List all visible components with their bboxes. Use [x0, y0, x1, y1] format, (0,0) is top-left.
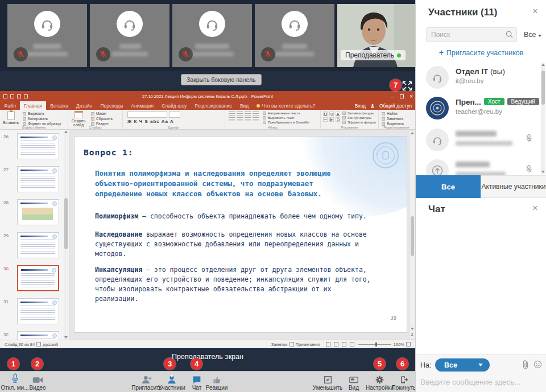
close-participants-icon[interactable]: ×	[532, 6, 538, 17]
video-tile[interactable]	[172, 4, 252, 67]
reset-button[interactable]: Сбросить	[91, 117, 113, 121]
cut-button[interactable]: Вырезать	[23, 112, 61, 115]
slideshow-view-icon[interactable]	[350, 342, 354, 346]
video-tile[interactable]	[255, 4, 334, 67]
close-chat-icon[interactable]: ×	[532, 203, 538, 214]
new-slide-button[interactable]: Создать слайд	[69, 111, 88, 127]
align-text-button[interactable]: Выровнять текст	[263, 116, 309, 119]
thumbnail-scrollbar[interactable]	[64, 130, 68, 340]
slide-thumbnail-32[interactable]	[17, 331, 59, 340]
tab-insert[interactable]: Вставка	[46, 101, 72, 110]
leave-button[interactable]: Покинуть	[390, 373, 417, 391]
zoom-slider-handle[interactable]	[375, 343, 377, 346]
minimize-window-icon[interactable]: –	[391, 93, 395, 100]
find-button[interactable]: Найти	[382, 112, 404, 115]
sorter-view-icon[interactable]	[334, 342, 338, 346]
paste-button[interactable]: Вставить	[1, 111, 20, 125]
restore-window-icon[interactable]	[400, 94, 404, 98]
shape-arrow-icon[interactable]	[329, 117, 334, 122]
justify-icon[interactable]	[253, 117, 259, 122]
format-painter-button[interactable]: Формат по образцу	[23, 122, 61, 126]
slide-thumbnail-30-selected[interactable]	[17, 265, 59, 291]
slide-scrollbar[interactable]: 3	[410, 131, 415, 338]
tab-transitions[interactable]: Переходы	[96, 101, 127, 110]
close-window-icon[interactable]: ×	[410, 93, 413, 100]
tab-active-participants[interactable]: Активные участники	[481, 175, 546, 198]
font-size-box[interactable]	[169, 112, 180, 118]
reading-view-icon[interactable]	[342, 342, 346, 346]
smartart-button[interactable]: Преобразовать в SmartArt	[263, 121, 309, 124]
font-name-box[interactable]	[127, 112, 167, 118]
zoom-slider[interactable]	[358, 344, 391, 345]
view-button[interactable]: Вид	[341, 373, 366, 391]
bullets-icon[interactable]	[229, 112, 235, 116]
emoji-icon[interactable]	[533, 360, 542, 369]
shape-line-icon[interactable]	[323, 117, 328, 122]
font-style-buttons[interactable]: Ж К Ч S abc Aa А	[127, 119, 174, 124]
video-tile[interactable]	[7, 4, 87, 67]
shape-outline-button[interactable]: Контур фигуры	[342, 116, 376, 119]
select-button[interactable]: Выделить	[382, 122, 404, 126]
tab-animation[interactable]: Анимация	[127, 101, 158, 110]
send-to-dropdown[interactable]: Все	[435, 358, 490, 372]
layout-button[interactable]: Макет	[91, 112, 113, 115]
shape-square-icon[interactable]	[323, 112, 328, 116]
indent-icon[interactable]	[245, 112, 251, 116]
participant-row[interactable]	[416, 158, 546, 175]
reactions-button[interactable]: Реакции	[202, 373, 231, 391]
shape-effects-button[interactable]: Эффекты фигуры	[342, 121, 376, 124]
minimize-button[interactable]: Уменьшить	[311, 373, 344, 391]
text-direction-button[interactable]: Направление текста	[263, 112, 309, 115]
shape-triangle-icon[interactable]	[336, 112, 340, 116]
tab-review[interactable]: Рецензирование	[191, 101, 236, 110]
slide-thumbnail-31[interactable]	[17, 298, 59, 324]
participant-row[interactable]	[416, 127, 546, 157]
invite-participants-link[interactable]: +Пригласите участников	[416, 48, 546, 57]
chat-composer: На: Все	[416, 354, 546, 392]
align-right-icon[interactable]	[245, 117, 251, 122]
copy-button[interactable]: Копировать	[23, 117, 61, 121]
tab-design[interactable]: Дизайн	[72, 101, 97, 110]
replace-button[interactable]: Заменить	[382, 117, 404, 121]
participant-row-teacher[interactable]: Преп...ХостВедущий teacher@reu.by	[416, 96, 546, 125]
participant-mic-icon[interactable]	[525, 165, 533, 174]
tab-view[interactable]: Вид	[236, 101, 253, 110]
tab-file[interactable]: Файл	[0, 101, 20, 110]
participant-row-self[interactable]: Отдел IT (вы) it@reu.by	[416, 65, 546, 94]
align-center-icon[interactable]	[237, 117, 243, 122]
notes-toggle[interactable]: Заметки	[271, 342, 288, 347]
section-button[interactable]: Раздел	[91, 122, 113, 126]
slide-thumbnail-26[interactable]	[17, 133, 59, 159]
tell-me-box[interactable]: Что вы хотите сделать?	[253, 101, 319, 110]
fit-slide-icon[interactable]	[406, 342, 411, 346]
chat-message-input[interactable]	[419, 374, 543, 389]
language-indicator[interactable]: русский	[43, 342, 58, 347]
normal-view-icon[interactable]	[326, 342, 330, 346]
slide-thumbnail-28[interactable]	[17, 199, 59, 225]
tab-all-participants[interactable]: Все	[416, 175, 481, 198]
align-left-icon[interactable]	[229, 117, 235, 122]
slide-thumbnail-27[interactable]	[17, 166, 59, 192]
attach-file-icon[interactable]	[522, 360, 530, 369]
shape-star-icon[interactable]	[336, 117, 340, 122]
participants-search-input[interactable]	[426, 27, 517, 42]
teacher-video-tile[interactable]: Преподаватель	[337, 4, 417, 67]
tab-home[interactable]: Главная	[20, 101, 46, 110]
numbering-icon[interactable]	[237, 112, 243, 116]
signin-label[interactable]: Вход	[355, 103, 366, 109]
tab-slideshow[interactable]: Слайд-шоу	[158, 101, 191, 110]
shape-circle-icon[interactable]	[329, 112, 334, 116]
participants-scrollbar[interactable]	[541, 63, 545, 174]
zoom-level[interactable]: 100%	[394, 342, 404, 347]
fullscreen-icon[interactable]	[402, 80, 413, 92]
slide-thumbnail-29[interactable]	[17, 232, 59, 258]
video-tile[interactable]	[90, 4, 169, 67]
video-button[interactable]: Видео	[23, 373, 52, 391]
spacing-icon[interactable]	[253, 112, 259, 116]
comments-toggle[interactable]: Примечания	[296, 342, 320, 347]
share-label[interactable]: Общий доступ	[379, 103, 412, 109]
shape-fill-button[interactable]: Заливка фигуры	[342, 112, 376, 115]
participant-email: it@reu.by	[456, 77, 483, 84]
participants-filter-dropdown[interactable]: Все	[524, 31, 541, 39]
participant-mic-icon[interactable]	[525, 134, 533, 143]
